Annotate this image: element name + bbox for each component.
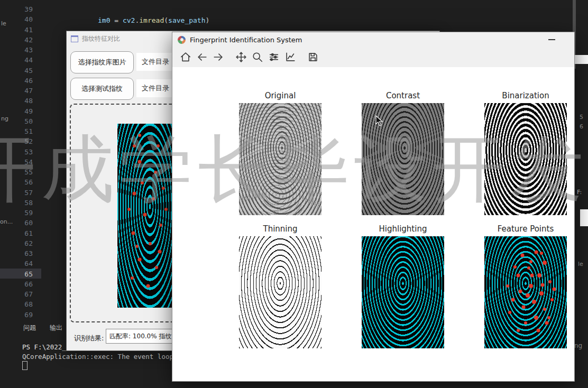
panel-title: Original [239, 90, 321, 101]
original-fingerprint-image [239, 103, 321, 215]
line-number: 58 [0, 198, 33, 208]
tab-problems[interactable]: 问题 [23, 324, 36, 332]
bottom-panel-tabs: 问题 输出 [23, 324, 62, 332]
line-number: 53 [0, 147, 33, 157]
binarization-fingerprint-image [484, 103, 567, 215]
fp-window-title: Fingerprint Identification System [190, 36, 302, 44]
pan-arrows-icon [235, 51, 247, 63]
line-number: 46 [0, 76, 33, 86]
sidebar-fragment: le [1, 20, 6, 27]
back-arrow-icon [196, 51, 208, 63]
code-token: save_path [168, 16, 205, 24]
line-number: 39 [0, 4, 33, 14]
figure-toolbar [172, 47, 574, 67]
code-token: = [110, 16, 122, 24]
panel-original: Original [239, 90, 321, 215]
panel-title: Contrast [362, 90, 444, 101]
right-fragment: 6 [580, 123, 583, 130]
line-number: 65 [0, 269, 33, 279]
line-number: 68 [0, 299, 33, 309]
sidebar-fragment: on... [0, 218, 13, 225]
right-fragment: F: [577, 189, 582, 196]
code-token: im0 [98, 16, 110, 24]
home-button[interactable] [178, 49, 194, 65]
panel-contrast: Contrast [362, 90, 444, 215]
panel-title: Feature Points [484, 224, 567, 234]
result-label: 识别结果: [74, 334, 104, 343]
line-number: 45 [0, 66, 33, 76]
line-number: 51 [0, 126, 33, 136]
customize-button[interactable] [282, 49, 298, 65]
line-chart-icon [284, 51, 296, 63]
line-number: 59 [0, 208, 33, 218]
back-button[interactable] [194, 49, 210, 65]
code-line: im0 = cv2.imread(save_path) [48, 15, 359, 25]
save-floppy-icon [307, 51, 319, 63]
line-number: 64 [0, 258, 33, 269]
panel-title: Thinning [239, 224, 321, 234]
zoom-button[interactable] [250, 49, 265, 65]
feature-points-fingerprint-image [484, 236, 567, 348]
select-test-fingerprint-button[interactable]: 选择测试指纹 [70, 78, 134, 100]
terminal-line: QCoreApplication::exec: The event loop i [22, 353, 181, 361]
fp-window-titlebar[interactable]: Fingerprint Identification System [172, 32, 574, 47]
line-number: 42 [0, 35, 33, 45]
code-token: cv2 [123, 16, 135, 24]
panel-thinning: Thinning [239, 224, 321, 348]
terminal-line: PS F:\2022_6 [22, 343, 70, 351]
feature-dots [117, 124, 177, 308]
minimize-button[interactable] [548, 39, 555, 40]
line-number: 43 [0, 45, 33, 55]
test-fingerprint-image [117, 124, 177, 308]
code-token: ) [206, 16, 210, 24]
sidebar-fragment: ng [1, 115, 8, 122]
select-fingerprint-db-button[interactable]: 选择指纹库图片 [70, 51, 134, 73]
magnifier-icon [252, 51, 263, 63]
code-token: ( [164, 16, 168, 24]
highlighting-fingerprint-image [362, 236, 444, 348]
line-number: 69 [0, 310, 33, 320]
sliders-icon [268, 51, 280, 63]
subplots-button[interactable] [266, 49, 282, 65]
forward-button[interactable] [210, 49, 226, 65]
pan-button[interactable] [233, 49, 249, 65]
panel-title: Binarization [484, 90, 567, 101]
line-number: 67 [0, 289, 33, 299]
tab-output[interactable]: 输出 [50, 324, 62, 332]
save-button[interactable] [305, 49, 321, 65]
line-number: 55 [0, 167, 33, 177]
line-number: 47 [0, 86, 33, 96]
right-panel-box [580, 209, 588, 226]
line-number: 56 [0, 177, 33, 187]
panel-title: Highlighting [362, 224, 444, 234]
panel-binarization: Binarization [484, 90, 567, 215]
code-token: imread [139, 16, 164, 24]
line-number: 61 [0, 228, 33, 238]
right-fragment: 5 [580, 114, 583, 121]
line-number: 49 [0, 106, 33, 116]
line-number: 62 [0, 238, 33, 248]
terminal-cursor [22, 361, 27, 370]
line-number: 54 [0, 157, 33, 167]
compare-window-title: 指纹特征对比 [82, 34, 120, 43]
panel-highlighting: Highlighting [362, 224, 444, 348]
forward-arrow-icon [213, 51, 224, 63]
thinning-fingerprint-image [239, 236, 321, 348]
line-number: 63 [0, 248, 33, 258]
contrast-fingerprint-image [362, 103, 444, 215]
right-fragment: ng [574, 342, 582, 349]
right-fragment: le [578, 261, 583, 267]
home-icon [180, 51, 191, 63]
line-number: 66 [0, 279, 33, 289]
matplotlib-logo-icon [178, 36, 186, 44]
feature-dots [484, 236, 567, 348]
right-panel-box [574, 55, 588, 64]
panel-feature-points: Feature Points [484, 224, 567, 348]
line-number: 57 [0, 188, 33, 198]
fingerprint-identification-window: Fingerprint Identification System [172, 32, 575, 382]
line-number: 48 [0, 96, 33, 106]
line-number: 44 [0, 55, 33, 65]
line-number-gutter: 3940414243444546474849505152535455565758… [0, 4, 33, 320]
app-window-icon [71, 35, 78, 42]
line-number: 52 [0, 136, 33, 146]
